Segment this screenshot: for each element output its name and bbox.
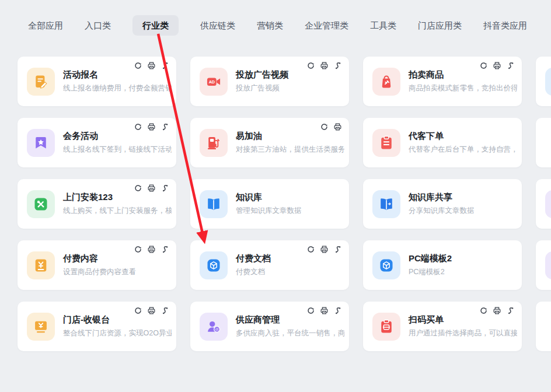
category-tabs: 全部应用 入口类 行业类 供应链类 营销类 企业管理类 工具类 门店应用类 抖音… <box>28 15 551 36</box>
card-text: 供应商管理 多供应商入驻，平台统一销售，商... <box>236 314 344 338</box>
refresh-icon[interactable] <box>479 61 488 70</box>
card-text: 知识库共享 分享知识库文章数据 <box>409 192 475 216</box>
tab-supply-chain[interactable]: 供应链类 <box>200 16 235 35</box>
printer-icon[interactable] <box>147 306 156 315</box>
tools-icon <box>27 190 55 218</box>
card-text: 付费文档 付费文档 <box>236 253 271 277</box>
link-icon[interactable] <box>161 123 169 131</box>
refresh-icon[interactable] <box>306 61 315 70</box>
app-card-pc-template-2[interactable]: PC端模板2 PC端模板2 <box>363 240 522 290</box>
app-card-partial-row2[interactable] <box>536 118 551 167</box>
app-card-partial-row1[interactable] <box>536 57 551 106</box>
app-card-paid-content[interactable]: 付费内容 设置商品付费内容查看 <box>18 240 176 290</box>
svg-text:AD: AD <box>209 79 215 85</box>
printer-icon[interactable] <box>147 184 156 192</box>
printer-icon[interactable] <box>493 306 501 315</box>
card-actions <box>320 123 342 131</box>
app-icon <box>545 251 551 279</box>
app-card-order-for-customer[interactable]: 代客下单 代替客户在后台下单，支持自营，... <box>363 118 522 167</box>
link-icon[interactable] <box>161 184 169 192</box>
app-title: 拍卖商品 <box>409 69 517 80</box>
app-card-supplier-mgmt[interactable]: 供 供应商管理 多供应商入驻，平台统一销售，商... <box>190 302 349 351</box>
link-icon[interactable] <box>161 306 169 315</box>
app-card-auction-goods[interactable]: 拍卖商品 商品拍卖模式新零售，竞拍出价得... <box>363 57 522 106</box>
app-card-door-install[interactable]: 上门安装123 线上购买，线下上门安装服务，核... <box>18 179 176 229</box>
refresh-icon[interactable] <box>134 123 142 131</box>
link-icon[interactable] <box>506 61 515 70</box>
link-icon[interactable] <box>333 245 342 254</box>
app-card-scan-pay[interactable]: 扫码买单 用户通过插件选择商品，可以直接... <box>363 302 522 351</box>
app-title: 活动报名 <box>63 69 172 80</box>
app-title: 付费文档 <box>236 253 271 264</box>
printer-icon[interactable] <box>147 245 156 254</box>
app-card-partial-row5[interactable] <box>536 302 551 351</box>
app-title: 投放广告视频 <box>236 69 288 80</box>
refresh-icon[interactable] <box>479 306 488 315</box>
app-card-partial-row4[interactable] <box>536 240 551 290</box>
tab-label: 企业管理类 <box>305 20 348 30</box>
app-card-knowledge-base[interactable]: 知识库 管理知识库文章数据 <box>190 179 349 229</box>
clipboard-icon <box>372 129 400 157</box>
app-card-partial-row3[interactable] <box>536 179 551 229</box>
tab-industry[interactable]: 行业类 <box>132 15 179 36</box>
tab-douyin-apps[interactable]: 抖音类应用 <box>483 16 527 35</box>
app-card-ad-video[interactable]: AD 投放广告视频 投放广告视频 <box>190 57 349 106</box>
tab-label: 抖音类应用 <box>483 20 527 30</box>
tab-store-apps[interactable]: 门店应用类 <box>418 16 462 35</box>
link-icon[interactable] <box>161 61 169 70</box>
card-text: 投放广告视频 投放广告视频 <box>236 69 288 93</box>
card-text: 拍卖商品 商品拍卖模式新零售，竞拍出价得... <box>409 69 517 93</box>
app-market-page: 全部应用 入口类 行业类 供应链类 营销类 企业管理类 工具类 门店应用类 抖音… <box>0 0 551 392</box>
printer-icon[interactable] <box>147 123 156 131</box>
tab-all-apps[interactable]: 全部应用 <box>28 16 63 35</box>
card-text: 扫码买单 用户通过插件选择商品，可以直接... <box>409 314 517 338</box>
link-icon[interactable] <box>161 245 169 254</box>
refresh-icon[interactable] <box>306 245 315 254</box>
printer-icon[interactable] <box>333 123 342 131</box>
app-desc: 对接第三方油站，提供生活类服务。 <box>236 145 344 155</box>
refresh-icon[interactable] <box>134 245 142 254</box>
app-grid: 活动报名 线上报名缴纳费用，付费金额营销... AD 投放广告视频 投放广告视频… <box>18 57 522 351</box>
card-text: 活动报名 线上报名缴纳费用，付费金额营销... <box>63 69 172 93</box>
printer-icon[interactable] <box>320 306 329 315</box>
printer-icon[interactable] <box>320 61 329 70</box>
printer-icon[interactable] <box>320 245 329 254</box>
printer-icon[interactable] <box>147 61 156 70</box>
bookmark-star-icon <box>27 129 55 157</box>
link-icon[interactable] <box>333 61 342 70</box>
app-title: 供应商管理 <box>236 314 344 325</box>
fuel-pump-icon <box>200 129 228 157</box>
tab-entry[interactable]: 入口类 <box>85 16 111 35</box>
card-text: 上门安装123 线上购买，线下上门安装服务，核... <box>63 192 172 216</box>
refresh-icon[interactable] <box>134 306 142 315</box>
app-card-paid-doc[interactable]: 付费文档 付费文档 <box>190 240 349 290</box>
app-icon <box>545 190 551 218</box>
refresh-icon[interactable] <box>134 61 142 70</box>
cube-icon <box>372 251 400 279</box>
app-desc: 设置商品付费内容查看 <box>63 267 136 277</box>
link-icon[interactable] <box>333 306 342 315</box>
tab-label: 供应链类 <box>200 20 235 30</box>
tab-label: 行业类 <box>142 20 169 30</box>
printer-icon[interactable] <box>493 61 501 70</box>
tab-tools[interactable]: 工具类 <box>370 16 396 35</box>
card-text: 会务活动 线上报名线下签到，链接线下活动。 <box>63 131 172 155</box>
refresh-icon[interactable] <box>320 123 329 131</box>
app-card-store-cashier[interactable]: 门店-收银台 整合线下门店资源，实现O2O异业... <box>18 302 176 351</box>
card-actions <box>306 61 342 70</box>
refresh-icon[interactable] <box>306 306 315 315</box>
card-text: 门店-收银台 整合线下门店资源，实现O2O异业... <box>63 314 172 338</box>
tab-enterprise[interactable]: 企业管理类 <box>305 16 348 35</box>
link-icon[interactable] <box>506 306 515 315</box>
app-desc: PC端模板2 <box>409 267 452 277</box>
refresh-icon[interactable] <box>134 184 142 192</box>
tab-label: 营销类 <box>257 20 283 30</box>
app-card-yijiayou[interactable]: 易加油 对接第三方油站，提供生活类服务。 <box>190 118 349 167</box>
app-title: 门店-收银台 <box>63 314 172 325</box>
app-card-conference-activity[interactable]: 会务活动 线上报名线下签到，链接线下活动。 <box>18 118 176 167</box>
app-card-event-signup[interactable]: 活动报名 线上报名缴纳费用，付费金额营销... <box>18 57 176 106</box>
tab-marketing[interactable]: 营销类 <box>257 16 283 35</box>
card-actions <box>134 306 169 315</box>
tab-label: 入口类 <box>85 20 111 30</box>
app-card-knowledge-share[interactable]: 知识库共享 分享知识库文章数据 <box>363 179 522 229</box>
